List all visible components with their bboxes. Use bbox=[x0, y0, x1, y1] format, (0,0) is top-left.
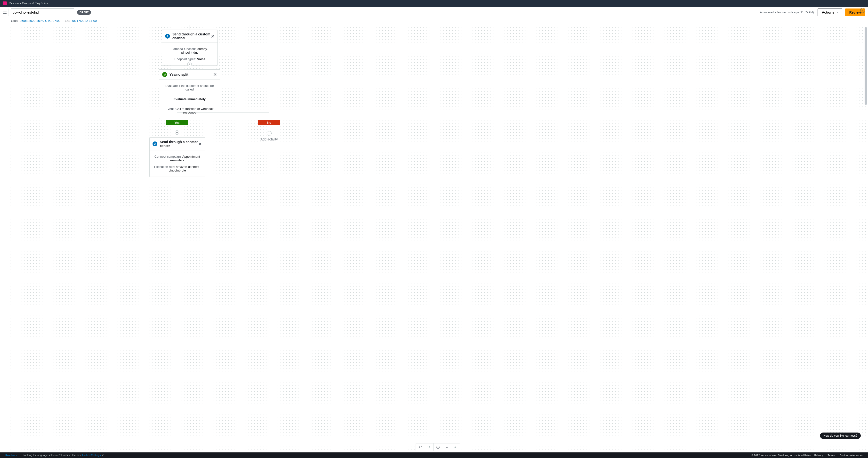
undo-button[interactable]: ↶ bbox=[416, 444, 425, 451]
caret-down-icon bbox=[836, 12, 838, 13]
add-step-button[interactable]: + bbox=[175, 130, 179, 134]
connector bbox=[177, 113, 177, 120]
journey-canvas[interactable]: λ Send through a custom channel Lambda f… bbox=[8, 25, 868, 452]
service-label[interactable]: Resource Groups & Tag Editor bbox=[9, 2, 48, 5]
add-step-button[interactable]: + bbox=[187, 62, 192, 66]
journey-title-input[interactable] bbox=[11, 8, 74, 16]
close-icon[interactable] bbox=[211, 34, 215, 38]
node-custom-channel[interactable]: λ Send through a custom channel Lambda f… bbox=[162, 30, 218, 65]
hamburger-menu-button[interactable] bbox=[1, 8, 9, 16]
locate-button[interactable]: ⦿ bbox=[434, 444, 442, 451]
lambda-icon: λ bbox=[165, 34, 170, 38]
actions-button[interactable]: Actions bbox=[817, 8, 842, 16]
node-contact-center[interactable]: ✆ Send through a contact center Connect … bbox=[149, 137, 205, 177]
service-icon bbox=[3, 1, 7, 5]
close-icon[interactable] bbox=[198, 142, 202, 146]
phone-icon: ✆ bbox=[153, 142, 157, 146]
zoom-out-button[interactable]: − bbox=[442, 444, 451, 451]
autosave-text: Autosaved a few seconds ago (11:55 AM) bbox=[760, 11, 814, 14]
info-icon[interactable]: i bbox=[860, 8, 865, 13]
start-label: Start bbox=[11, 19, 18, 23]
journey-header: DRAFT Autosaved a few seconds ago (11:55… bbox=[0, 7, 868, 18]
service-bar: Resource Groups & Tag Editor bbox=[0, 0, 868, 7]
journey-dates: Start 06/08/2022 15:49 UTC-07:00 End 06/… bbox=[0, 18, 868, 25]
branch-yes: Yes bbox=[166, 120, 188, 125]
split-icon: ⇄ bbox=[162, 72, 167, 77]
connector bbox=[177, 175, 177, 178]
status-badge: DRAFT bbox=[77, 10, 91, 15]
redo-button: ↷ bbox=[425, 444, 434, 451]
canvas-toolbar: ↶ ↷ ⦿ − + bbox=[416, 443, 460, 451]
node-title: Send through a contact center bbox=[160, 140, 198, 148]
dot-grid bbox=[8, 25, 868, 452]
node-title: Yes/no split bbox=[169, 72, 213, 77]
plus-icon: + bbox=[267, 131, 272, 136]
node-title: Send through a custom channel bbox=[173, 32, 211, 40]
feedback-pill[interactable]: How do you like journeys? bbox=[820, 432, 861, 439]
connector bbox=[177, 113, 269, 113]
zoom-in-button: + bbox=[451, 444, 460, 451]
end-label: End bbox=[65, 19, 70, 23]
close-icon[interactable] bbox=[213, 72, 217, 77]
add-activity[interactable]: + Add activity bbox=[260, 131, 278, 141]
branch-no: No bbox=[258, 120, 280, 125]
vertical-scrollbar[interactable] bbox=[865, 27, 867, 439]
start-date[interactable]: 06/08/2022 15:49 UTC-07:00 bbox=[20, 19, 60, 23]
end-date[interactable]: 06/17/2022 17:00 bbox=[72, 19, 97, 23]
